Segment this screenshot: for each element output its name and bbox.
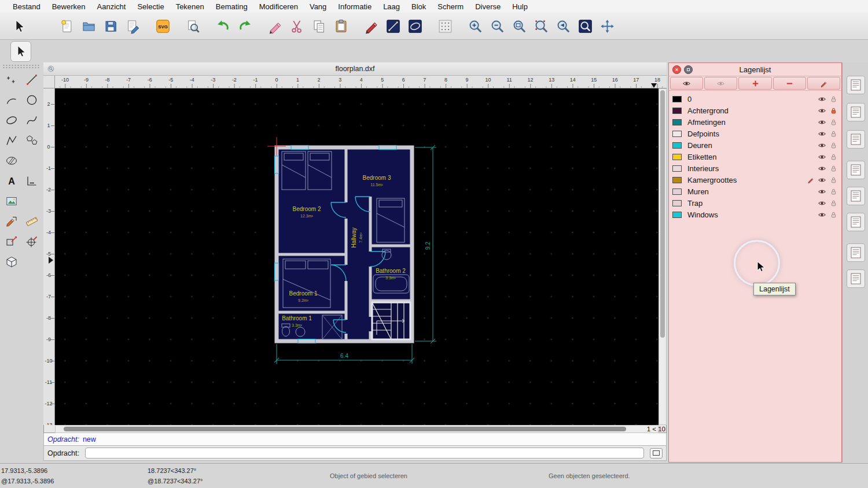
line-tool-button[interactable]	[22, 70, 41, 89]
layer-row-muren[interactable]: Muren	[669, 186, 841, 197]
edit-drawing-button[interactable]	[122, 15, 144, 37]
layer-row-deuren[interactable]: Deuren	[669, 139, 841, 151]
snap-tool-button[interactable]	[22, 232, 41, 251]
grid-toggle-button[interactable]	[434, 15, 456, 37]
layer-visibility-toggle[interactable]	[818, 141, 826, 150]
zoom-out-button[interactable]	[486, 15, 508, 37]
layer-row-kamergroottes[interactable]: Kamergroottes	[669, 174, 841, 186]
layer-color-swatch[interactable]	[672, 177, 682, 183]
ellipse-attributes-button[interactable]	[404, 15, 426, 37]
command-options-button[interactable]	[650, 448, 663, 459]
layer-visibility-toggle[interactable]	[818, 210, 826, 219]
text-tool-button[interactable]: A	[2, 171, 21, 190]
layer-visibility-toggle[interactable]	[818, 176, 826, 184]
layer-visibility-toggle[interactable]	[818, 164, 826, 173]
polyline-tool-button[interactable]	[2, 131, 21, 150]
redo-button[interactable]	[234, 15, 256, 37]
panel-selection-filter-button[interactable]	[847, 187, 865, 205]
layer-row-trap[interactable]: Trap	[669, 197, 841, 209]
menu-bestand[interactable]: Bestand	[7, 2, 46, 11]
horizontal-scrollbar-thumb[interactable]	[64, 427, 626, 431]
zoom-selection-button[interactable]	[530, 15, 552, 37]
hatch-tool-button[interactable]	[2, 151, 21, 170]
layer-color-swatch[interactable]	[672, 142, 682, 149]
menu-informatie[interactable]: Informatie	[332, 2, 377, 11]
layer-panel-header[interactable]: Lagenlijst	[669, 63, 841, 76]
layer-row-interieurs[interactable]: Interieurs	[669, 162, 841, 174]
layer-color-swatch[interactable]	[672, 108, 682, 114]
layer-row-achtergrond[interactable]: Achtergrond	[669, 105, 841, 116]
add-layer-button[interactable]	[738, 77, 771, 90]
undo-button[interactable]	[212, 15, 234, 37]
show-all-layers-button[interactable]	[670, 77, 703, 90]
layer-lock-toggle[interactable]	[829, 164, 838, 173]
polygon-tool-button[interactable]	[22, 131, 41, 150]
layer-row-afmetingen[interactable]: Afmetingen	[669, 116, 841, 128]
solid-tool-button[interactable]	[2, 252, 21, 271]
panel-library-browser-button[interactable]	[847, 161, 865, 179]
vertical-scrollbar[interactable]	[659, 88, 667, 425]
layer-lock-toggle[interactable]	[829, 187, 838, 196]
layer-visibility-toggle[interactable]	[818, 153, 826, 161]
print-preview-button[interactable]	[182, 15, 204, 37]
layer-row-defpoints[interactable]: Defpoints	[669, 128, 841, 139]
panel-layer-list-button[interactable]	[847, 103, 865, 121]
edit-layer-button[interactable]	[807, 77, 840, 90]
layer-lock-toggle[interactable]	[829, 153, 838, 161]
layer-row-0[interactable]: 0	[669, 93, 841, 105]
selection-pointer-button[interactable]	[8, 15, 30, 37]
ellipse-tool-button[interactable]	[2, 110, 21, 130]
layer-lock-toggle[interactable]	[829, 176, 838, 184]
shape-tool-button[interactable]	[2, 232, 21, 251]
measure-tool-button[interactable]	[22, 212, 41, 231]
layer-color-swatch[interactable]	[672, 200, 682, 206]
menu-laag[interactable]: Laag	[377, 2, 406, 11]
layer-visibility-toggle[interactable]	[818, 118, 826, 127]
menu-blok[interactable]: Blok	[406, 2, 432, 11]
open-file-button[interactable]	[78, 15, 100, 37]
document-titlebar[interactable]: floorplan.dxf	[43, 62, 667, 76]
horizontal-scrollbar[interactable]	[55, 425, 659, 433]
layer-visibility-toggle[interactable]	[818, 130, 826, 138]
dimension-tool-button[interactable]	[22, 171, 41, 190]
layer-row-windows[interactable]: Windows	[669, 209, 841, 220]
layer-visibility-toggle[interactable]	[818, 106, 826, 115]
circle-tool-button[interactable]	[22, 90, 41, 109]
layer-color-swatch[interactable]	[672, 96, 682, 102]
menu-vang[interactable]: Vang	[304, 2, 332, 11]
menu-hulp[interactable]: Hulp	[506, 2, 534, 11]
zoom-window-button[interactable]	[574, 15, 596, 37]
image-tool-button[interactable]	[2, 191, 21, 210]
zoom-pan-button[interactable]	[596, 15, 618, 37]
delete-entities-button[interactable]	[264, 15, 286, 37]
layer-color-swatch[interactable]	[672, 188, 682, 195]
copy-button[interactable]	[308, 15, 330, 37]
menu-tekenen[interactable]: Tekenen	[170, 2, 210, 11]
layer-color-swatch[interactable]	[672, 119, 682, 125]
layer-visibility-toggle[interactable]	[818, 187, 826, 196]
layer-lock-toggle[interactable]	[829, 141, 838, 150]
new-file-button[interactable]	[56, 15, 78, 37]
paste-button[interactable]	[330, 15, 352, 37]
modify-tool-button[interactable]	[2, 212, 21, 231]
arc-tool-button[interactable]	[2, 90, 21, 109]
menu-selectie[interactable]: Selectie	[131, 2, 170, 11]
panel-file-panel-button[interactable]	[847, 213, 865, 231]
menu-modificeren[interactable]: Modificeren	[253, 2, 304, 11]
layer-color-swatch[interactable]	[672, 165, 682, 172]
layer-color-swatch[interactable]	[672, 154, 682, 160]
line-attributes-button[interactable]	[382, 15, 404, 37]
points-tool-button[interactable]	[2, 70, 21, 89]
menu-aanzicht[interactable]: Aanzicht	[91, 2, 132, 11]
layer-lock-toggle[interactable]	[829, 95, 838, 103]
layer-lock-toggle[interactable]	[829, 199, 838, 208]
close-panel-button[interactable]	[672, 65, 681, 74]
detach-panel-button[interactable]	[684, 65, 693, 74]
svg-export-button[interactable]: SVG	[152, 15, 174, 37]
menu-bemating[interactable]: Bemating	[210, 2, 253, 11]
panel-command-history-button[interactable]	[847, 243, 865, 262]
layer-lock-toggle[interactable]	[829, 130, 838, 138]
zoom-in-button[interactable]	[464, 15, 486, 37]
layer-color-swatch[interactable]	[672, 212, 682, 218]
panel-block-list-button[interactable]	[847, 130, 865, 149]
